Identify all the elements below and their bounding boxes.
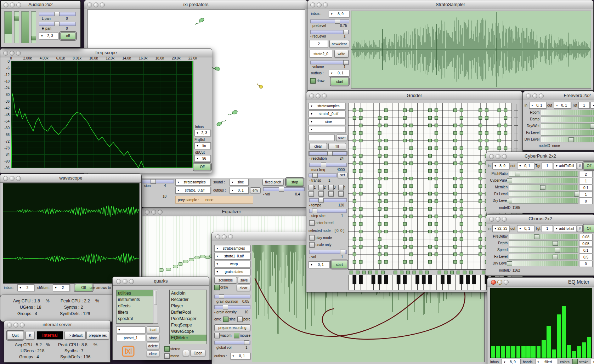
fx-slider-0[interactable] [509, 171, 578, 177]
fx-slider-4[interactable] [509, 261, 578, 266]
preset-dropdown[interactable]: ▼ [116, 326, 145, 333]
close-button[interactable] [215, 234, 220, 239]
colors-checkbox[interactable] [572, 359, 578, 364]
clear-button[interactable]: clear [147, 351, 159, 357]
equalizer-node[interactable] [194, 256, 200, 259]
inbus-dropdown[interactable]: ▼2 [17, 284, 34, 291]
fx-slider-4-handle[interactable] [568, 137, 574, 142]
equalizer-node[interactable] [183, 260, 188, 263]
quark-item-Player[interactable]: Player [170, 303, 207, 309]
load-button[interactable]: load [147, 326, 159, 333]
fx-slider-4[interactable] [541, 137, 594, 142]
bang-button[interactable]: ! [183, 350, 189, 356]
mouse-checkbox[interactable] [234, 333, 239, 338]
slider-value-4[interactable]: 0 [579, 261, 593, 267]
sound-dropdown[interactable]: ▼sine [230, 179, 249, 186]
fx-slider-4-handle[interactable] [507, 199, 512, 203]
fx-slider-3[interactable] [509, 254, 578, 260]
file-dropdown[interactable]: ▼strato1_0.aif [175, 187, 211, 194]
l-pan-slider[interactable] [39, 12, 76, 16]
k-button[interactable]: K [26, 331, 35, 340]
outbus-dropdown[interactable]: ▼0, 1 [230, 187, 249, 194]
fx-slider-1[interactable] [541, 116, 594, 122]
transp-checkbox-b1[interactable] [309, 191, 314, 197]
fill-button[interactable]: fill [328, 143, 346, 150]
quark-item-EQMeter[interactable]: EQMeter [170, 335, 207, 341]
transp-checkbox-2[interactable] [318, 185, 324, 190]
transp-checkbox-b2[interactable] [318, 191, 324, 197]
scrollbar-thumb[interactable] [154, 291, 157, 305]
play-mode-checkbox[interactable] [309, 235, 315, 240]
prepare-rec-button[interactable]: prepare rec [86, 331, 109, 340]
fx-slider-1-handle[interactable] [553, 241, 558, 246]
delete-button[interactable]: delete [147, 343, 159, 349]
mono-checkbox[interactable] [164, 353, 170, 359]
input-fader-1[interactable] [14, 11, 19, 43]
addtotail-dropdown[interactable]: ▼addToTail [554, 225, 576, 232]
fx-slider-0-handle[interactable] [534, 234, 539, 239]
vol-slider[interactable] [309, 250, 347, 254]
inbus-dropdown[interactable]: ▼2, 3 [194, 130, 211, 136]
quit-button[interactable]: Quit [7, 331, 23, 340]
stepsize-slider-handle[interactable] [312, 209, 317, 213]
stop-button[interactable]: stop [286, 178, 303, 186]
frqscl-dropdown[interactable]: ▼lin [194, 142, 211, 149]
dbcut-dropdown[interactable]: ▼96 [194, 155, 211, 162]
fx-slider-2-handle[interactable] [540, 185, 545, 190]
category-scrollbar[interactable] [153, 290, 158, 324]
clear-button[interactable]: clear [309, 143, 327, 150]
reclevel-slider-handle[interactable] [343, 30, 349, 34]
equalizer-node[interactable] [178, 262, 183, 266]
store-button[interactable]: store [147, 335, 159, 341]
fx-slider-2[interactable] [509, 247, 578, 253]
quark-item-WaveScope[interactable]: WaveScope [170, 328, 207, 335]
slider-value-2[interactable]: 0.1 [579, 247, 593, 254]
save-button[interactable]: save [336, 135, 347, 141]
fx-slider-2[interactable] [509, 184, 578, 190]
file-dropdown[interactable]: ▼strato1_0.aif [214, 253, 250, 260]
stepsize-slider[interactable] [309, 209, 347, 213]
vol-slider-handle[interactable] [340, 250, 345, 254]
fx-slider-0-handle[interactable] [515, 172, 520, 176]
tempo-slider-handle[interactable] [318, 198, 324, 203]
in-bus-dropdown[interactable]: ▼0, 1 [529, 102, 546, 109]
draw-checkbox[interactable] [214, 285, 220, 290]
transp-slider[interactable] [309, 174, 337, 177]
addtotail-dropdown[interactable]: ▼addToTail [590, 102, 594, 109]
fx-slider-4-handle[interactable] [507, 261, 512, 266]
outbus-dropdown[interactable]: ▼0, 1 [329, 70, 349, 76]
scramble-button[interactable]: scramble [214, 277, 237, 284]
r-pan-slider[interactable] [39, 22, 76, 26]
category-item-utilities[interactable]: utilities [117, 290, 153, 296]
perc-checkbox[interactable] [237, 317, 243, 322]
maxfreq-slider-handle[interactable] [321, 163, 326, 167]
slider-value-1[interactable]: 1 [579, 178, 593, 184]
fx-slider-3[interactable] [509, 191, 578, 197]
density-slider-handle[interactable] [223, 305, 228, 309]
preset-field[interactable]: preset_1 [116, 335, 145, 341]
resolution-slider[interactable] [309, 152, 347, 155]
preset-field[interactable] [309, 135, 335, 141]
fragment-slider[interactable] [142, 180, 174, 183]
density-slider[interactable] [214, 305, 250, 309]
off-button[interactable]: Off [583, 162, 594, 170]
slider-value-2[interactable]: 0.1 [579, 184, 593, 191]
newclear-button[interactable]: new/clear [329, 40, 349, 48]
equalizer-node[interactable] [159, 268, 164, 272]
outbus-dropdown[interactable]: ▼0, 1 [309, 261, 330, 268]
write-button[interactable]: write [334, 50, 349, 58]
buffer-field[interactable]: 2 [310, 40, 328, 48]
slider-value-0[interactable]: 0.08 [579, 234, 593, 240]
category-item-filters[interactable]: filters [117, 309, 153, 315]
inbus-dropdown[interactable]: ▼8, 9 [502, 359, 521, 364]
minimize-button[interactable] [222, 234, 227, 239]
quark-item-FreqScope[interactable]: FreqScope [170, 322, 207, 328]
inbus-dropdown[interactable]: ▼8, 9 [329, 11, 349, 17]
mode-dropdown[interactable]: ▼warp [214, 261, 250, 267]
equalizer-node[interactable] [189, 258, 194, 261]
slider-value-3[interactable]: 0.5 [579, 254, 593, 260]
fader-handle[interactable] [14, 16, 19, 21]
out-bus-dropdown[interactable]: ▼0, 1 [517, 225, 534, 232]
slider-value-4[interactable]: 0 [579, 198, 593, 204]
transp-checkbox-1[interactable] [309, 185, 314, 190]
